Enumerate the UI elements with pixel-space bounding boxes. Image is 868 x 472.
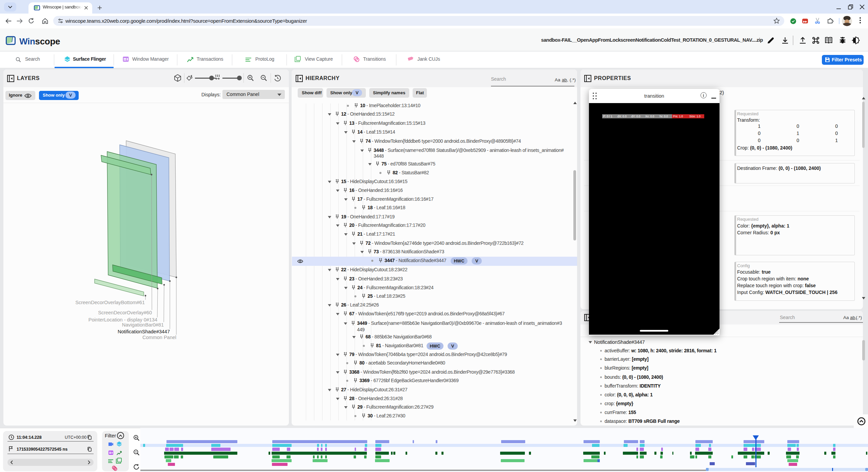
svg-text:PointerLocation - display 0#13: PointerLocation - display 0#134 [88, 317, 157, 322]
svg-text:ScreenDecorOverlayBottom#61: ScreenDecorOverlayBottom#61 [75, 300, 145, 305]
svg-text:NavigationBar0#81: NavigationBar0#81 [122, 322, 164, 328]
svg-text:NotificationShade#3447: NotificationShade#3447 [118, 329, 170, 334]
svg-text:ScreenDecorOverlay#60: ScreenDecorOverlay#60 [98, 310, 152, 315]
svg-text:Common Panel: Common Panel [142, 335, 176, 340]
